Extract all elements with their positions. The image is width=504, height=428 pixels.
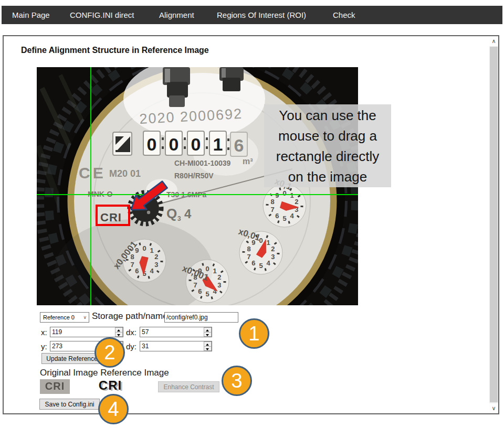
svg-text:4: 4	[290, 212, 294, 220]
dy-input[interactable]	[140, 341, 212, 351]
chevron-down-icon: ∨	[83, 313, 87, 322]
reference-select-value: Reference 0	[43, 314, 75, 320]
reference-select[interactable]: Reference 0 ∨	[40, 312, 89, 323]
svg-text:3: 3	[217, 281, 221, 289]
nav-main-page[interactable]: Main Page	[12, 6, 50, 24]
original-image-thumbnail: CRI	[40, 379, 70, 394]
x-label: x:	[41, 328, 47, 337]
svg-text:9: 9	[275, 191, 279, 199]
svg-text:5: 5	[205, 290, 209, 298]
reference-image-canvas[interactable]: 2020 2000692 0 0 0 1 6	[37, 67, 358, 305]
svg-text:6: 6	[198, 287, 202, 295]
svg-text:0: 0	[191, 134, 201, 154]
dy-stepper[interactable]	[204, 341, 212, 351]
svg-text:1: 1	[290, 191, 293, 199]
annotation-badge-1: 1	[239, 318, 269, 349]
svg-text:6: 6	[234, 135, 244, 155]
svg-text:7: 7	[247, 253, 251, 261]
compare-images-label: Original Image Reference Image	[40, 368, 169, 378]
svg-text:5: 5	[282, 215, 286, 222]
step-down-icon	[204, 346, 212, 351]
save-to-config-button[interactable]: Save to Config.ini	[39, 399, 100, 410]
svg-text:7: 7	[271, 206, 275, 213]
dx-label: dx:	[126, 328, 136, 337]
nav-config-ini[interactable]: CONFIG.INI direct	[70, 6, 134, 24]
svg-text:8: 8	[247, 245, 251, 253]
scroll-up-icon[interactable]: ∧	[489, 36, 498, 46]
svg-text:8: 8	[271, 198, 275, 206]
svg-text:0: 0	[142, 244, 146, 252]
svg-text:6: 6	[251, 259, 255, 267]
svg-text:4: 4	[150, 267, 154, 275]
dx-stepper[interactable]	[204, 327, 212, 337]
svg-text:2: 2	[271, 245, 275, 253]
svg-text:3: 3	[271, 253, 275, 261]
y-label: y:	[41, 342, 47, 351]
svg-text:1: 1	[213, 267, 216, 275]
svg-text:3: 3	[177, 215, 181, 222]
reference-image-thumbnail: CRI	[93, 378, 127, 394]
svg-text:1: 1	[150, 247, 153, 254]
meter-cri-text: CRI	[100, 211, 122, 224]
meter-part-no: CH-MI001-10039	[174, 159, 231, 167]
svg-text:5: 5	[259, 262, 262, 270]
svg-text:2: 2	[154, 253, 158, 261]
svg-text:4: 4	[266, 259, 270, 267]
step-down-icon	[204, 332, 212, 337]
page-title: Define Alignment Structure in Reference …	[21, 46, 209, 55]
svg-text:7: 7	[131, 261, 134, 269]
step-down-icon	[115, 332, 123, 337]
content-frame: Define Alignment Structure in Reference …	[3, 35, 499, 414]
enhance-contrast-button[interactable]: Enhance Contrast	[158, 381, 219, 392]
svg-text:6: 6	[275, 212, 279, 220]
annotation-badge-2: 2	[94, 337, 125, 368]
update-reference-button[interactable]: Update Reference	[41, 353, 102, 364]
scrollbar-thumb[interactable]	[490, 47, 498, 402]
annotation-badge-4: 4	[98, 394, 129, 424]
frame-scrollbar: ∧ ∨	[489, 36, 498, 413]
storage-path-label: Storage path/name:	[92, 311, 170, 322]
svg-text:0: 0	[169, 134, 179, 154]
top-nav: Main Page CONFIG.INI direct Alignment Re…	[2, 6, 502, 24]
meter-ce-mark: CE	[79, 164, 106, 181]
meter-ratio: R80H/R50V	[174, 172, 214, 180]
nav-roi[interactable]: Regions Of Interest (ROI)	[217, 6, 306, 24]
storage-path-input[interactable]	[164, 312, 238, 323]
meter-approval: M20 01	[109, 168, 141, 179]
drag-hint-overlay: You can use the mouse to drag a rectangl…	[264, 104, 391, 187]
svg-text:6: 6	[135, 267, 139, 275]
svg-text:0: 0	[147, 134, 157, 154]
svg-text:1: 1	[213, 134, 223, 154]
svg-text:0: 0	[205, 265, 209, 273]
svg-text:2: 2	[295, 198, 298, 206]
svg-text:4: 4	[184, 207, 192, 221]
svg-text:7: 7	[194, 281, 197, 289]
x-stepper[interactable]	[115, 327, 123, 337]
dy-label: dy:	[126, 342, 136, 351]
scroll-down-icon[interactable]: ∨	[489, 403, 498, 413]
nav-check[interactable]: Check	[333, 6, 355, 24]
annotation-badge-3: 3	[222, 366, 252, 396]
svg-text:3: 3	[154, 261, 158, 269]
meter-unit: m³	[243, 157, 253, 166]
dx-input[interactable]	[140, 327, 212, 337]
svg-text:Q: Q	[166, 206, 177, 221]
svg-text:2: 2	[217, 273, 221, 281]
svg-text:1: 1	[266, 239, 270, 247]
nav-alignment[interactable]: Alignment	[159, 6, 194, 24]
x-input[interactable]	[50, 327, 123, 337]
